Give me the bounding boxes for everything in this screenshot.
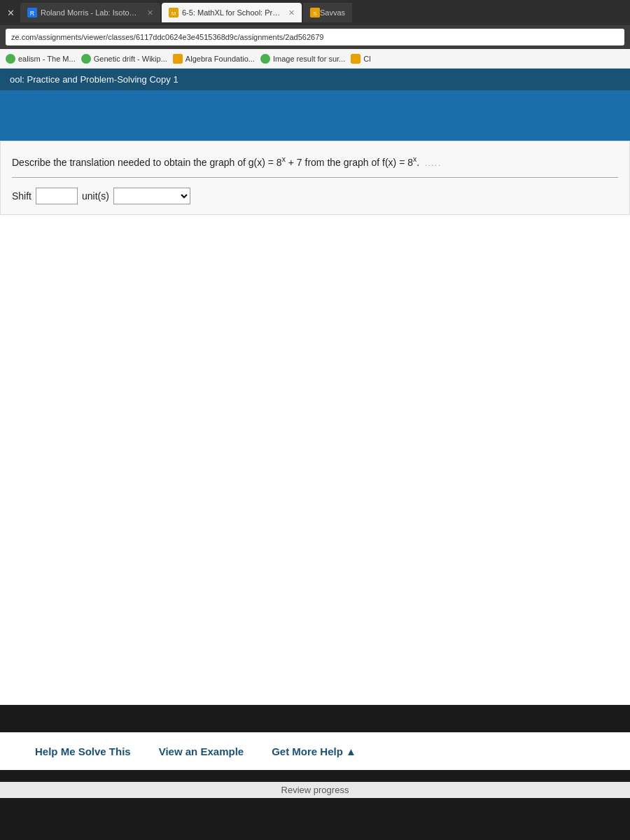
tab1-close[interactable]: ✕ [147,8,153,18]
tab2-icon: M [169,8,178,18]
shift-label: Shift [12,190,31,202]
shift-value-input[interactable] [36,188,78,204]
bookmark-image[interactable]: Image result for sur... [260,54,345,64]
bookmark-realism[interactable]: ealism - The M... [6,54,76,64]
bookmark2-icon [81,54,91,64]
bookmark5-label: Cl [363,55,370,63]
bottom-actions: Help Me Solve This View an Example Get M… [0,732,630,770]
review-progress-bar[interactable]: Review progress [0,782,630,798]
help-solve-button[interactable]: Help Me Solve This [35,746,131,757]
bookmark1-label: ealism - The M... [18,55,76,63]
blue-banner [0,90,630,141]
breadcrumb: ool: Practice and Problem-Solving Copy 1 [10,74,178,85]
main-content [0,215,630,705]
problem-dots: ..... [425,160,442,167]
view-example-button[interactable]: View an Example [159,746,244,757]
answer-row: Shift unit(s) up down left right [12,188,618,204]
tab1-icon: R [27,8,37,18]
tab-close-x[interactable]: ✕ [3,8,19,18]
tab1-label: Roland Morris - Lab: Isotopes & [41,8,141,17]
tab2-close[interactable]: ✕ [288,8,295,18]
problem-text: Describe the translation needed to obtai… [12,154,618,178]
svg-text:M: M [172,10,176,17]
address-bar[interactable] [6,29,624,46]
page-content: ool: Practice and Problem-Solving Copy 1… [0,69,630,705]
bookmark2-label: Genetic drift - Wikip... [94,55,167,63]
get-more-help-button[interactable]: Get More Help ▲ [272,746,356,757]
page-header: ool: Practice and Problem-Solving Copy 1 [0,69,630,90]
problem-area: Describe the translation needed to obtai… [0,141,630,215]
tab2-label: 6-5: MathXL for School: Practic [182,8,282,17]
bookmark4-label: Image result for sur... [273,55,345,63]
tab-savvas[interactable]: S Savvas [303,3,352,22]
tab-bar: ✕ R Roland Morris - Lab: Isotopes & ✕ M … [0,0,630,25]
problem-description: Describe the translation needed to obtai… [12,157,419,168]
bookmark-genetic[interactable]: Genetic drift - Wikip... [81,54,167,64]
review-progress-label: Review progress [281,785,349,795]
bookmarks-bar: ealism - The M... Genetic drift - Wikip.… [0,49,630,69]
units-label: unit(s) [82,190,109,202]
bookmark5-icon [351,54,360,64]
tab3-label: Savvas [320,8,345,17]
svg-text:R: R [30,10,34,17]
direction-select[interactable]: up down left right [113,188,190,204]
bookmark-cl[interactable]: Cl [351,54,370,64]
bookmark1-icon [6,54,15,64]
address-bar-row [0,25,630,49]
bookmark3-icon [173,54,183,64]
svg-text:S: S [313,10,316,17]
bookmark3-label: Algebra Foundatio... [186,55,255,63]
tab-mathxl[interactable]: M 6-5: MathXL for School: Practic ✕ [162,3,302,22]
bookmark4-icon [260,54,270,64]
tab-roland-morris[interactable]: R Roland Morris - Lab: Isotopes & ✕ [20,3,160,22]
bookmark-algebra[interactable]: Algebra Foundatio... [173,54,255,64]
browser-chrome: ✕ R Roland Morris - Lab: Isotopes & ✕ M … [0,0,630,69]
tab3-icon: S [310,8,320,18]
